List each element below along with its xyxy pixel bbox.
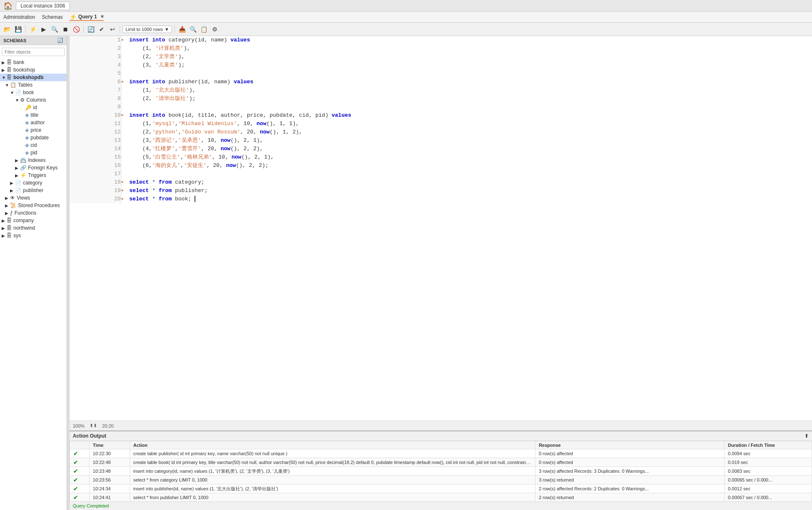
schema-sys[interactable]: ▶ 🗄 sys — [0, 232, 67, 239]
col-response: Response — [535, 441, 724, 449]
line-num-9: 9 — [69, 103, 121, 111]
schema-bookshop[interactable]: ▶ 🗄 bookshop — [0, 66, 67, 74]
col-cid[interactable]: ◆ cid — [0, 141, 67, 149]
row-status: ✔ — [70, 449, 90, 458]
action-row-7[interactable]: ✔ 10:23:56 select * from category LIMIT … — [70, 476, 812, 484]
rollback-btn[interactable]: ↩ — [108, 25, 117, 34]
table-category[interactable]: ▶ 📄 category — [0, 179, 67, 187]
bottom-table-wrap[interactable]: Time Action Response Duration / Fetch Ti… — [69, 441, 812, 501]
action-row-8[interactable]: ✔ 10:24:34 insert into publisher(id, nam… — [70, 484, 812, 493]
commit-btn[interactable]: ✔ — [97, 25, 106, 34]
row-action: select * from category LIMIT 0, 1000 — [130, 476, 535, 484]
line-content-3[interactable]: (2, '文学类'), — [129, 53, 812, 61]
row-time: 10:23:56 — [89, 476, 130, 484]
code-line-7: 7 (1, '北大出版社'), — [69, 86, 812, 95]
open-file-btn[interactable]: 📂 — [3, 25, 12, 34]
line-num-7: 7 — [69, 86, 121, 95]
folder-triggers[interactable]: ▶ ⚡ Triggers — [0, 172, 67, 179]
col-pubdate[interactable]: ◆ pubdate — [0, 134, 67, 141]
line-content-7[interactable]: (1, '北大出版社'), — [129, 86, 812, 95]
limit-select[interactable]: Limit to 1000 rows ▼ — [123, 26, 172, 33]
line-num-2: 2 — [69, 44, 121, 53]
sidebar-refresh-icon[interactable]: 🔄 — [57, 38, 63, 43]
schema-bank[interactable]: ▶ 🗄 bank — [0, 59, 67, 66]
line-content-9[interactable] — [129, 103, 812, 111]
line-num-17: 17 — [69, 170, 121, 178]
line-content-15[interactable]: (5,'白雪公主','格林兄弟', 10, now(), 2, 1), — [129, 153, 812, 161]
instance-tab[interactable]: Local instance 3306 — [16, 2, 70, 10]
explain-btn[interactable]: 🔍 — [50, 25, 59, 34]
line-content-16[interactable]: (6,'海的女儿','安徒生', 20, now(), 2, 2); — [129, 161, 812, 170]
filter-input[interactable] — [2, 48, 65, 56]
line-content-11[interactable]: (1,'mysql','Michael Widenius', 10, now()… — [129, 120, 812, 128]
line-content-5[interactable] — [129, 69, 812, 78]
code-line-14: 14 (4,'红楼梦','曹雪芹', 20, now(), 2, 2), — [69, 145, 812, 153]
menu-schemas[interactable]: Schemas — [42, 14, 63, 20]
line-content-4[interactable]: (3, '儿童类'); — [129, 61, 812, 69]
code-table: 1 ● insert into category(id, name) value… — [69, 36, 812, 203]
search-btn[interactable]: 🔍 — [188, 25, 197, 34]
line-content-1[interactable]: insert into category(id, name) values — [129, 36, 812, 44]
line-content-6[interactable]: insert into publisher(id, name) values — [129, 78, 812, 86]
action-row-4[interactable]: ✔ 10:22:30 create table publisher( id in… — [70, 449, 812, 458]
line-num-5: 5 — [69, 69, 121, 78]
col-title[interactable]: ◆ title — [0, 111, 67, 119]
save-btn[interactable]: 💾 — [13, 25, 23, 34]
col-price[interactable]: ◆ price — [0, 126, 67, 134]
line-content-10[interactable]: insert into book(id, title, author, pric… — [129, 111, 812, 120]
menu-query1[interactable]: ⚡ Query 1 ✕ — [69, 13, 104, 21]
line-content-13[interactable]: (3,'西游记','吴承恩', 10, now(), 2, 1), — [129, 136, 812, 145]
row-response: 2 row(s) returned — [535, 493, 724, 502]
col-pid[interactable]: ◆ pid — [0, 149, 67, 156]
action-row-6[interactable]: ✔ 10:23:48 insert into category(id, name… — [70, 467, 812, 476]
row-duration: 0.019 sec — [725, 458, 812, 467]
query-status: Query Completed — [69, 501, 812, 510]
code-editor[interactable]: 1 ● insert into category(id, name) value… — [69, 36, 812, 420]
line-content-18[interactable]: select * from category; — [129, 178, 812, 187]
line-content-2[interactable]: (1, '计算机类'), — [129, 44, 812, 53]
folder-functions[interactable]: ▶ ƒ Functions — [0, 209, 67, 217]
schema-northwind[interactable]: ▶ 🗄 northwind — [0, 224, 67, 232]
row-action: create table publisher( id int primary k… — [130, 449, 535, 458]
home-icon[interactable]: 🏠 — [3, 1, 13, 10]
format-btn[interactable]: 📋 — [199, 25, 208, 34]
line-dot-16 — [121, 161, 129, 170]
folder-views[interactable]: ▶ 👁 Views — [0, 194, 67, 202]
table-book[interactable]: ▼ 📄 book — [0, 89, 67, 96]
schema-bookshopdb[interactable]: ▼ 🗄 bookshopdb — [0, 74, 67, 81]
row-time: 10:22:30 — [89, 449, 130, 458]
folder-indexes[interactable]: ▶ 📇 Indexes — [0, 156, 67, 164]
action-row-9[interactable]: ✔ 10:24:41 select * from publisher LIMIT… — [70, 493, 812, 502]
bottom-panel-sort[interactable]: ⬆ — [804, 433, 809, 439]
folder-foreign-keys[interactable]: ▶ 🔗 Foreign Keys — [0, 164, 67, 172]
action-row-5[interactable]: ✔ 10:22:48 create table book( id int pri… — [70, 458, 812, 467]
row-time: 10:24:41 — [89, 493, 130, 502]
col-id[interactable]: 🔑 id — [0, 104, 67, 111]
line-content-17[interactable] — [129, 170, 812, 178]
line-num-13: 13 — [69, 136, 121, 145]
status-stepper[interactable]: ⬆⬇ — [90, 423, 97, 428]
execute-selected-btn[interactable]: ▶ — [39, 25, 48, 34]
line-content-20[interactable]: select * from book; — [129, 195, 812, 203]
folder-tables[interactable]: ▼ 📋 Tables — [0, 81, 67, 89]
line-content-14[interactable]: (4,'红楼梦','曹雪芹', 20, now(), 2, 2), — [129, 145, 812, 153]
line-content-8[interactable]: (2, '清华出版社'); — [129, 95, 812, 103]
refresh-btn[interactable]: 🚫 — [72, 25, 81, 34]
menu-administration[interactable]: Administration — [3, 14, 35, 20]
row-duration: 0.0012 sec — [725, 484, 812, 493]
settings-btn[interactable]: ⚙ — [210, 25, 219, 34]
line-num-14: 14 — [69, 145, 121, 153]
folder-stored-procedures[interactable]: ▶ 📜 Stored Procedures — [0, 202, 67, 209]
table-publisher[interactable]: ▶ 📄 publisher — [0, 187, 67, 194]
schema-company[interactable]: ▶ 🗄 company — [0, 217, 67, 224]
col-author[interactable]: ◆ author — [0, 119, 67, 126]
import-btn[interactable]: 📥 — [177, 25, 187, 34]
execute-all-btn[interactable]: ⚡ — [28, 25, 37, 34]
code-line-18: 18 ● select * from category; — [69, 178, 812, 187]
stop-btn[interactable]: ⏹ — [61, 25, 70, 34]
line-content-12[interactable]: (2,'python','Guido van Rossum', 20, now(… — [129, 128, 812, 136]
line-content-19[interactable]: select * from publisher; — [129, 187, 812, 195]
toggle-btn[interactable]: 🔄 — [86, 25, 95, 34]
code-line-2: 2 (1, '计算机类'), — [69, 44, 812, 53]
folder-columns[interactable]: ▼ ⚙ Columns — [0, 96, 67, 104]
